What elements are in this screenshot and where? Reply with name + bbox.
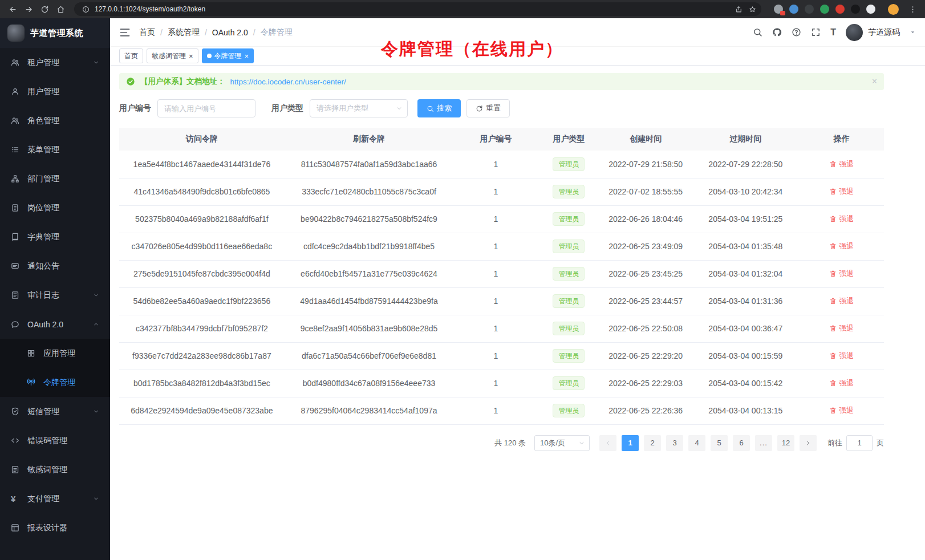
breadcrumb-item[interactable]: 首页 — [139, 27, 155, 38]
force-logout-button[interactable]: 强退 — [829, 323, 854, 334]
force-logout-button[interactable]: 强退 — [829, 159, 854, 169]
refresh-token-cell: cdfc4ce9c2da4bb1bdf21b9918ff4be5 — [285, 233, 454, 260]
github-icon[interactable] — [772, 27, 782, 37]
page-1-button[interactable]: 1 — [622, 435, 639, 451]
browser-reload-icon[interactable] — [38, 2, 51, 16]
page-3-button[interactable]: 3 — [666, 435, 683, 451]
tab-oauth2-token[interactable]: 令牌管理× — [202, 48, 254, 63]
pagination: 共 120 条10条/页123456...12前往页 — [119, 435, 884, 451]
tab-close-icon[interactable]: × — [189, 52, 193, 60]
sidebar-item-tenant[interactable]: 租户管理 — [0, 48, 110, 77]
tab-label: 首页 — [124, 51, 138, 61]
sidebar-item-label: 短信管理 — [27, 407, 59, 417]
create-time-cell: 2022-07-29 21:58:50 — [599, 151, 692, 178]
column-header-user-id: 用户编号 — [453, 128, 538, 151]
page-5-button[interactable]: 5 — [711, 435, 728, 451]
dict-icon — [11, 233, 20, 241]
pagination-more[interactable]: ... — [755, 435, 772, 451]
bookmark-star-icon[interactable] — [745, 2, 759, 16]
extension-icon[interactable] — [820, 5, 829, 14]
user-type-select[interactable]: 请选择用户类型 — [310, 99, 408, 117]
breadcrumb-item[interactable]: 系统管理 — [168, 27, 200, 38]
tab-sensitive-word[interactable]: 敏感词管理× — [147, 48, 198, 63]
app-logo: 芋道管理系统 — [0, 18, 110, 48]
search-icon[interactable] — [753, 27, 762, 37]
sidebar-item-sensitive-word[interactable]: 敏感词管理 — [0, 455, 110, 484]
sidebar-item-user[interactable]: 用户管理 — [0, 77, 110, 106]
extension-icon[interactable] — [866, 5, 875, 14]
site-info-icon[interactable] — [79, 2, 92, 16]
page-12-button[interactable]: 12 — [777, 435, 794, 451]
browser-home-icon[interactable] — [54, 2, 67, 16]
reset-button[interactable]: 重置 — [466, 99, 510, 117]
force-logout-button[interactable]: 强退 — [829, 186, 854, 197]
sidebar-item-oauth2[interactable]: OAuth 2.0 — [0, 310, 110, 339]
user-type-badge: 管理员 — [553, 349, 585, 363]
sidebar-item-audit-log[interactable]: 审计日志 — [0, 281, 110, 310]
pagination-jumper: 前往页 — [827, 435, 884, 451]
sidebar-toggle-icon[interactable] — [119, 27, 131, 38]
message-icon — [11, 262, 20, 270]
force-logout-button[interactable]: 强退 — [829, 296, 854, 306]
logo-image — [7, 25, 25, 42]
sidebar-item-dept[interactable]: 部门管理 — [0, 164, 110, 193]
page-6-button[interactable]: 6 — [733, 435, 750, 451]
breadcrumb: 首页/系统管理/OAuth 2.0/令牌管理 — [139, 27, 293, 38]
user-type-badge: 管理员 — [553, 376, 585, 390]
breadcrumb-item[interactable]: OAuth 2.0 — [212, 28, 248, 37]
extension-icon[interactable] — [805, 5, 814, 14]
help-icon[interactable] — [792, 27, 801, 37]
page-4-button[interactable]: 4 — [688, 435, 705, 451]
sidebar-item-role[interactable]: 角色管理 — [0, 106, 110, 135]
share-icon[interactable] — [732, 2, 745, 16]
extension-icon[interactable] — [835, 5, 845, 14]
next-page-button[interactable] — [800, 435, 817, 451]
access-token-cell: 54d6be82ee5a460a9aedc1f9bf223656 — [119, 287, 285, 315]
banner-link[interactable]: https://doc.iocoder.cn/user-center/ — [230, 78, 346, 86]
user-name[interactable]: 芋道源码 — [868, 27, 900, 38]
sidebar-item-menu[interactable]: 菜单管理 — [0, 135, 110, 164]
user-id-cell: 1 — [453, 151, 538, 178]
sidebar-item-sms[interactable]: 短信管理 — [0, 397, 110, 426]
page-size-select[interactable]: 10条/页 — [534, 435, 590, 451]
trash-icon — [829, 270, 837, 277]
browser-menu-icon[interactable] — [906, 2, 919, 16]
extension-icon[interactable] — [774, 5, 783, 14]
browser-profile-avatar[interactable] — [888, 4, 899, 15]
force-logout-button[interactable]: 强退 — [829, 214, 854, 224]
address-bar[interactable]: 127.0.0.1:1024/system/oauth2/token — [74, 2, 761, 16]
prev-page-button[interactable] — [599, 435, 616, 451]
page-2-button[interactable]: 2 — [644, 435, 661, 451]
browser-back-icon[interactable] — [6, 2, 19, 16]
sidebar-item-error-code[interactable]: 错误码管理 — [0, 426, 110, 455]
force-logout-button[interactable]: 强退 — [829, 351, 854, 361]
browser-forward-icon[interactable] — [22, 2, 35, 16]
force-logout-button[interactable]: 强退 — [829, 405, 854, 416]
tab-close-icon[interactable]: × — [245, 52, 249, 60]
tab-home[interactable]: 首页 — [119, 48, 143, 63]
column-header-refresh-token: 刷新令牌 — [285, 128, 454, 151]
force-logout-button[interactable]: 强退 — [829, 269, 854, 279]
sidebar-item-notice[interactable]: 通知公告 — [0, 251, 110, 281]
user-id-input[interactable] — [157, 99, 255, 117]
sidebar-item-post[interactable]: 岗位管理 — [0, 193, 110, 222]
force-logout-button[interactable]: 强退 — [829, 241, 854, 251]
font-size-icon[interactable]: T — [830, 28, 836, 37]
banner-close-icon[interactable]: × — [872, 77, 877, 86]
access-token-cell: b0d1785bc3a8482f812db4a3f3bd15ec — [119, 370, 285, 397]
user-type-badge: 管理员 — [553, 294, 585, 308]
user-avatar[interactable] — [846, 24, 863, 41]
search-button[interactable]: 搜索 — [417, 99, 461, 117]
sidebar-item-dict[interactable]: 字典管理 — [0, 222, 110, 251]
user-type-badge: 管理员 — [553, 212, 585, 226]
sidebar-item-pay[interactable]: ¥支付管理 — [0, 484, 110, 513]
extension-icon[interactable] — [789, 5, 798, 14]
goto-page-input[interactable] — [846, 435, 873, 451]
extension-icon[interactable] — [851, 5, 860, 14]
sidebar-item-oauth2-app[interactable]: 应用管理 — [0, 339, 110, 368]
sidebar-item-report-designer[interactable]: 报表设计器 — [0, 513, 110, 542]
user-type-badge: 管理员 — [553, 240, 585, 253]
fullscreen-icon[interactable] — [811, 27, 821, 37]
force-logout-button[interactable]: 强退 — [829, 378, 854, 388]
sidebar-item-oauth2-token[interactable]: 令牌管理 — [0, 368, 110, 397]
